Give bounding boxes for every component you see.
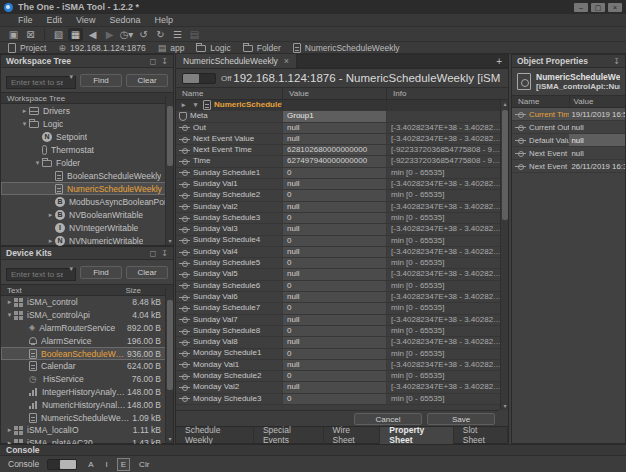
- property-row-monday-val2[interactable]: Monday Val2null[-3.40282347E+38 - 3.4028…: [176, 382, 508, 393]
- property-value-cell[interactable]: 0: [282, 349, 386, 359]
- tab-schedule-weekly[interactable]: Schedule Weekly: [176, 427, 254, 444]
- kit-row-numerichistoryanalyzer[interactable]: NumericHistoryAnalyzer148.00 B: [1, 398, 173, 411]
- console-filter-a[interactable]: A: [85, 459, 96, 470]
- redo-icon[interactable]: ↻: [153, 28, 168, 41]
- menu-help[interactable]: Help: [154, 15, 173, 25]
- list-icon[interactable]: ☰: [170, 28, 185, 41]
- property-row-sunday-schedule1[interactable]: Sunday Schedule10min [0 - 65535]: [176, 168, 508, 179]
- property-value-cell[interactable]: null: [282, 202, 386, 212]
- property-value-cell[interactable]: null: [282, 123, 386, 133]
- maximize-button[interactable]: ▢: [591, 3, 605, 12]
- property-value-cell[interactable]: Group1: [282, 111, 386, 121]
- scroll-down-icon[interactable]: ▾: [501, 402, 509, 410]
- kit-row-alarmservice[interactable]: AlarmService196.00 B: [1, 334, 173, 347]
- tab-numericscheduleweekly[interactable]: NumericScheduleWeekly ×: [176, 54, 297, 68]
- workspace-search-input[interactable]: [6, 76, 76, 89]
- kits-find-button[interactable]: Find: [80, 266, 122, 279]
- objectprop-row-current-output[interactable]: Current Outputnull: [512, 121, 625, 134]
- property-row-sunday-schedule2[interactable]: Sunday Schedule20min [0 - 65535]: [176, 190, 508, 201]
- property-row-sunday-val5[interactable]: Sunday Val5null[-3.40282347E+38 - 3.4028…: [176, 269, 508, 280]
- expander-icon[interactable]: ▸: [20, 107, 29, 115]
- menu-file[interactable]: File: [18, 15, 33, 25]
- tab-wire-sheet[interactable]: Wire Sheet: [324, 427, 381, 444]
- workspace-clear-button[interactable]: Clear: [126, 74, 168, 87]
- tree-item-modbusasyncbooleanpoint[interactable]: BModbusAsyncBooleanPoint: [1, 195, 173, 208]
- expander-icon[interactable]: ▾: [5, 311, 14, 319]
- breadcrumb-app[interactable]: ▤app: [158, 43, 185, 53]
- property-value-cell[interactable]: null: [282, 269, 386, 279]
- property-value-cell[interactable]: 0: [282, 168, 386, 178]
- kit-row-booleanscheduleweekly[interactable]: BooleanScheduleWeekly936.00 B: [1, 347, 173, 360]
- property-row-monday-schedule1[interactable]: Monday Schedule10min [0 - 65535]: [176, 349, 508, 360]
- breadcrumb-numericscheduleweekly[interactable]: NumericScheduleWeekly: [293, 43, 400, 53]
- property-value-cell[interactable]: 0: [282, 371, 386, 381]
- print-icon[interactable]: ▤: [187, 28, 202, 41]
- property-row-sunday-schedule7[interactable]: Sunday Schedule70min [0 - 65535]: [176, 303, 508, 314]
- property-row-time[interactable]: Time627497940000000000[-9223372036854775…: [176, 156, 508, 167]
- tree-item-nvbooleanwritable[interactable]: ▸BNVBooleanWritable: [1, 208, 173, 221]
- objectprop-value-cell[interactable]: null: [569, 147, 626, 159]
- property-value-cell[interactable]: 0: [282, 326, 386, 336]
- workspace-scroll-thumb[interactable]: [167, 106, 173, 166]
- expander-icon[interactable]: ▸: [5, 426, 14, 434]
- property-row-sunday-schedule8[interactable]: Sunday Schedule80min [0 - 65535]: [176, 326, 508, 337]
- breadcrumb-folder[interactable]: Folder: [243, 43, 281, 53]
- console-filter-clr[interactable]: Clr: [136, 459, 152, 470]
- forward-icon[interactable]: ▶: [102, 28, 117, 41]
- add-tab-icon[interactable]: +: [496, 56, 508, 67]
- chevron-down-icon[interactable]: ▾: [69, 73, 73, 81]
- kits-search-input[interactable]: [6, 268, 76, 281]
- kits-scrollbar[interactable]: ▾: [165, 288, 173, 443]
- property-value-cell[interactable]: [282, 100, 386, 110]
- tab-property-sheet[interactable]: Property Sheet: [380, 427, 453, 444]
- property-row-meta[interactable]: MetaGroup1: [176, 111, 508, 122]
- menu-view[interactable]: View: [76, 15, 95, 25]
- console-filter-e[interactable]: E: [117, 458, 130, 471]
- property-value-cell[interactable]: null: [282, 179, 386, 189]
- scroll-down-icon[interactable]: ▾: [166, 237, 174, 245]
- property-value-cell[interactable]: null: [282, 382, 386, 392]
- history-icon[interactable]: ◷▾: [119, 28, 134, 41]
- objectprop-value-cell[interactable]: 19/11/2019 16:59:00: [569, 108, 626, 120]
- minimize-button[interactable]: –: [574, 3, 588, 12]
- objectprop-row-next-event-time[interactable]: Next Event Time26/11/2019 16:38:00: [512, 160, 625, 173]
- expander-icon[interactable]: ▾: [33, 159, 42, 167]
- console-toggle[interactable]: [47, 459, 77, 470]
- tree-item-logic[interactable]: ▾Logic: [1, 117, 173, 130]
- property-value-cell[interactable]: 0: [282, 281, 386, 291]
- breadcrumb-logic[interactable]: Logic: [196, 43, 230, 53]
- property-row-sunday-schedule6[interactable]: Sunday Schedule60min [0 - 65535]: [176, 281, 508, 292]
- property-row-sunday-val6[interactable]: Sunday Val6null[-3.40282347E+38 - 3.4028…: [176, 292, 508, 303]
- property-value-cell[interactable]: 0: [282, 258, 386, 268]
- float-icon[interactable]: ◻: [150, 249, 157, 258]
- tree-item-thermostat[interactable]: Thermostat: [1, 143, 173, 156]
- expander-icon[interactable]: ▸: [5, 298, 14, 306]
- kit-row-isma_controlapi[interactable]: ▾iSMA_controlApi4.04 kB: [1, 309, 173, 322]
- breadcrumb-192-168-1-124-1876[interactable]: ⊕192.168.1.124:1876: [58, 43, 145, 53]
- kit-row-hisservice[interactable]: ◷HisService76.00 B: [1, 373, 173, 386]
- expander-icon[interactable]: ▸: [46, 237, 55, 245]
- property-row-sunday-val3[interactable]: Sunday Val3null[-3.40282347E+38 - 3.4028…: [176, 224, 508, 235]
- objectprop-row-current-time[interactable]: Current Time19/11/2019 16:59:00: [512, 108, 625, 121]
- pin-icon[interactable]: ↧: [161, 57, 168, 66]
- property-value-cell[interactable]: null: [282, 292, 386, 302]
- close-window-icon[interactable]: ⊠: [23, 28, 38, 41]
- chevron-down-icon[interactable]: ▾: [69, 265, 73, 273]
- schedule-enable-toggle[interactable]: [182, 73, 216, 84]
- back-icon[interactable]: ◀: [85, 28, 100, 41]
- menu-edit[interactable]: Edit: [47, 15, 63, 25]
- float-icon[interactable]: ◻: [150, 57, 157, 66]
- kit-row-numericscheduleweekly[interactable]: NumericScheduleWeekly1.09 kB: [1, 411, 173, 424]
- property-value-cell[interactable]: null: [282, 337, 386, 347]
- close-icon[interactable]: ×: [284, 56, 289, 66]
- expander-icon[interactable]: ▾: [191, 100, 200, 110]
- property-value-cell[interactable]: 0: [282, 236, 386, 246]
- kit-row-calendar[interactable]: Calendar624.00 B: [1, 360, 173, 373]
- property-value-cell[interactable]: null: [282, 134, 386, 144]
- tree-item-setpoint[interactable]: NSetpoint: [1, 130, 173, 143]
- property-value-cell[interactable]: 0: [282, 213, 386, 223]
- property-value-cell[interactable]: null: [282, 360, 386, 370]
- property-row-monday-schedule3[interactable]: Monday Schedule30min [0 - 65535]: [176, 394, 508, 405]
- app-window-icon[interactable]: ▣: [6, 28, 21, 41]
- objectprop-value-cell[interactable]: 26/11/2019 16:38:00: [569, 160, 626, 172]
